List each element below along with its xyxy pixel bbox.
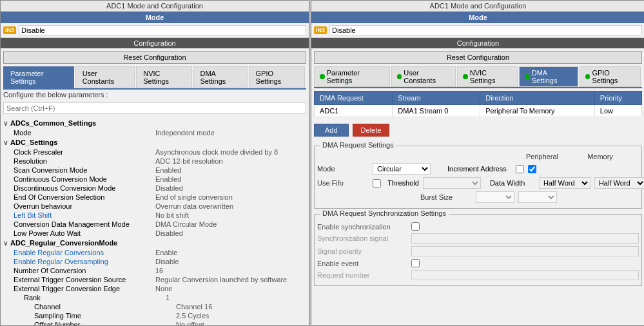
enable-sync-row: Enable synchronization bbox=[317, 222, 639, 231]
dma-sync-settings: DMA Request Synchronization Settings Ena… bbox=[314, 214, 642, 286]
tab-user-constants-left[interactable]: User Constants bbox=[75, 66, 135, 88]
tree-item-discontinuous: Discontinuous Conversion Mode Disabled bbox=[3, 184, 306, 193]
mode-value: Independent mode bbox=[142, 129, 306, 137]
threshold-select[interactable] bbox=[423, 177, 481, 189]
tree-item-num-conversion: Number Of Conversion 16 bbox=[3, 266, 306, 275]
col-direction: Direction bbox=[480, 91, 595, 105]
use-fifo-label: Use Fifo bbox=[317, 179, 369, 187]
right-window-title: ADC1 Mode and Configuration bbox=[311, 1, 644, 12]
conv-data-value: DMA Circular Mode bbox=[142, 220, 306, 228]
col-stream: Stream bbox=[393, 91, 480, 105]
configure-text: Configure the below parameters : bbox=[1, 90, 309, 100]
right-mode-header: Mode bbox=[311, 12, 644, 23]
delete-button[interactable]: Delete bbox=[353, 124, 390, 137]
leftbit-label: Left Bit Shift bbox=[14, 211, 142, 219]
peripheral-increment-checkbox[interactable] bbox=[516, 165, 524, 173]
tree-item-resolution: Resolution ADC 12-bit resolution bbox=[3, 157, 306, 166]
enable-regular-value: Enable bbox=[142, 249, 306, 256]
tab-dma-label: DMA Settings bbox=[532, 69, 572, 84]
tree-item-ext-trigger: External Trigger Conversion Source Regul… bbox=[3, 275, 306, 284]
tree-item-enable-oversampling: Enable Regular Oversampling Disable bbox=[3, 257, 306, 266]
request-number-label: Request number bbox=[317, 271, 407, 279]
eoc-label: End Of Conversion Selection bbox=[14, 193, 142, 201]
sync-title: DMA Request Synchronization Settings bbox=[320, 209, 449, 217]
use-fifo-checkbox[interactable] bbox=[373, 179, 381, 187]
channel-label: Channel bbox=[34, 303, 163, 311]
dot-nvic bbox=[463, 74, 468, 79]
left-mode-header: Mode bbox=[1, 12, 309, 23]
resolution-label: Resolution bbox=[14, 157, 142, 165]
signal-polarity-label: Signal polarity bbox=[317, 247, 407, 255]
num-conversion-label: Number Of Conversion bbox=[14, 267, 142, 274]
left-reset-button[interactable]: Reset Configuration bbox=[3, 51, 306, 64]
right-reset-button[interactable]: Reset Configuration bbox=[314, 51, 642, 64]
offset-value: No offset bbox=[163, 321, 306, 325]
tree-item-ext-edge: External Trigger Conversion Edge None bbox=[3, 284, 306, 293]
offset-label: Offset Number bbox=[34, 321, 163, 325]
right-mode-bar: IN3 bbox=[311, 23, 644, 38]
dma-table: DMA Request Stream Direction Priority AD… bbox=[314, 91, 642, 117]
tree-item-leftbit: Left Bit Shift No bit shift bbox=[3, 211, 306, 220]
discontinuous-label: Discontinuous Conversion Mode bbox=[14, 184, 142, 192]
mode-select[interactable]: Circular Normal bbox=[373, 163, 431, 175]
in3-badge-right: IN3 bbox=[314, 26, 327, 34]
tab-dma-settings-right[interactable]: DMA Settings bbox=[519, 66, 578, 87]
right-mode-input[interactable] bbox=[329, 25, 642, 35]
tree-item-mode: Mode Independent mode bbox=[3, 128, 306, 137]
search-input[interactable] bbox=[3, 102, 306, 114]
burst-peripheral[interactable] bbox=[476, 191, 514, 203]
sampling-label: Sampling Time bbox=[34, 312, 163, 320]
offset-item: Offset Number No offset bbox=[3, 320, 306, 325]
tree-item-clock: Clock Prescaler Asynchronous clock mode … bbox=[3, 148, 306, 157]
lowpower-label: Low Power Auto Wait bbox=[14, 229, 142, 237]
dot-dma bbox=[525, 74, 530, 79]
col-priority: Priority bbox=[594, 91, 641, 105]
continuous-value: Enabled bbox=[142, 175, 306, 183]
add-button[interactable]: Add bbox=[314, 124, 349, 137]
left-mode-input[interactable] bbox=[19, 25, 306, 35]
fifo-row: Use Fifo Threshold Data Width Half Word … bbox=[317, 177, 639, 189]
adcs-common-header: ADCs_Common_Settings bbox=[3, 118, 306, 128]
enable-regular-label: Enable Regular Conversions bbox=[14, 249, 142, 256]
burst-memory[interactable] bbox=[518, 191, 557, 203]
tree-item-lowpower: Low Power Auto Wait Disabled bbox=[3, 229, 306, 238]
peripheral-label: Peripheral bbox=[510, 153, 574, 160]
enable-event-checkbox[interactable] bbox=[411, 259, 420, 267]
row-direction: Peripheral To Memory bbox=[480, 105, 595, 117]
left-tabs: Parameter Settings User Constants NVIC S… bbox=[3, 66, 306, 90]
row-request: ADC1 bbox=[315, 105, 393, 117]
conv-data-label: Conversion Data Management Mode bbox=[14, 220, 142, 228]
enable-sync-checkbox[interactable] bbox=[411, 222, 420, 231]
tab-nvic-settings-left[interactable]: NVIC Settings bbox=[136, 66, 191, 88]
sync-signal-row: Synchronization signal bbox=[317, 233, 639, 244]
adc-settings-header: ADC_Settings bbox=[3, 137, 306, 148]
ext-edge-label: External Trigger Conversion Edge bbox=[14, 285, 142, 292]
tab-user-constants-right[interactable]: User Constants bbox=[391, 66, 456, 87]
tab-parameter-settings-right[interactable]: Parameter Settings bbox=[314, 66, 390, 87]
mode-label: Mode bbox=[14, 129, 142, 137]
tab-gpio-settings-left[interactable]: GPIO Settings bbox=[249, 66, 305, 88]
tab-param-label: Parameter Settings bbox=[327, 69, 384, 84]
mode-setting-label: Mode bbox=[317, 165, 369, 173]
tab-user-label: User Constants bbox=[404, 69, 450, 84]
tab-nvic-settings-right[interactable]: NVIC Settings bbox=[457, 66, 518, 87]
data-width-peripheral[interactable]: Half Word Byte Word bbox=[539, 177, 590, 189]
left-mode-bar: IN3 bbox=[1, 23, 309, 38]
tab-gpio-label: GPIO Settings bbox=[592, 69, 635, 84]
tab-parameter-settings-left[interactable]: Parameter Settings bbox=[3, 66, 74, 88]
lowpower-value: Disabled bbox=[142, 229, 306, 237]
adc-regular-header: ADC_Regular_ConversionMode bbox=[3, 238, 306, 248]
right-tabs: Parameter Settings User Constants NVIC S… bbox=[314, 66, 642, 88]
data-width-memory[interactable]: Half Word Byte Word bbox=[594, 177, 644, 189]
rank1-item: Rank 1 bbox=[3, 293, 306, 302]
tree-item-conv-data: Conversion Data Management Mode DMA Circ… bbox=[3, 220, 306, 229]
tab-nvic-label: NVIC Settings bbox=[470, 69, 512, 84]
tab-dma-settings-left[interactable]: DMA Settings bbox=[193, 66, 248, 88]
right-config-header: Configuration bbox=[311, 38, 644, 48]
col-dma-request: DMA Request bbox=[315, 91, 393, 105]
action-buttons: Add Delete bbox=[314, 124, 642, 137]
tab-gpio-settings-right[interactable]: GPIO Settings bbox=[580, 66, 641, 87]
tree-item-enable-regular: Enable Regular Conversions Enable bbox=[3, 248, 306, 257]
memory-increment-checkbox[interactable] bbox=[528, 165, 536, 173]
resolution-value: ADC 12-bit resolution bbox=[142, 157, 306, 165]
